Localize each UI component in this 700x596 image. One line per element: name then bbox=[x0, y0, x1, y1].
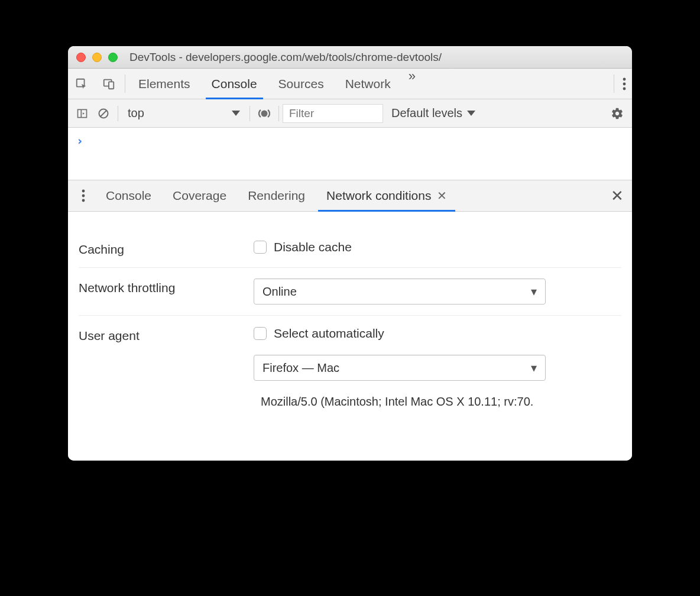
svg-point-11 bbox=[82, 199, 85, 202]
log-levels-selector[interactable]: Default levels bbox=[383, 106, 484, 120]
svg-point-3 bbox=[623, 77, 626, 80]
close-tab-icon[interactable]: ✕ bbox=[437, 189, 447, 203]
user-agent-label: User agent bbox=[79, 326, 254, 343]
drawer-tab-network-conditions[interactable]: Network conditions ✕ bbox=[316, 180, 458, 211]
main-toolbar: Elements Console Sources Network » bbox=[68, 69, 632, 99]
throttling-label: Network throttling bbox=[79, 278, 254, 295]
separator bbox=[125, 74, 125, 93]
levels-label: Default levels bbox=[391, 106, 462, 120]
user-agent-row: User agent Select automatically Firefox … bbox=[79, 316, 621, 419]
caching-label: Caching bbox=[79, 240, 254, 257]
separator bbox=[249, 106, 250, 121]
checkbox-icon bbox=[254, 241, 267, 254]
main-tabs: Elements Console Sources Network » bbox=[128, 69, 423, 99]
throttling-value: Online bbox=[262, 285, 297, 299]
drawer-tab-rendering[interactable]: Rendering bbox=[237, 180, 316, 211]
traffic-lights bbox=[76, 53, 118, 62]
tab-sources[interactable]: Sources bbox=[268, 69, 335, 99]
separator bbox=[118, 106, 118, 121]
svg-point-9 bbox=[82, 190, 85, 193]
user-agent-value: Firefox — Mac bbox=[262, 361, 339, 375]
separator bbox=[278, 106, 279, 121]
svg-point-10 bbox=[82, 195, 85, 197]
svg-point-8 bbox=[261, 110, 268, 116]
drawer-tabs: Console Coverage Rendering Network condi… bbox=[68, 180, 632, 212]
select-automatically-label: Select automatically bbox=[274, 326, 384, 341]
separator bbox=[614, 74, 614, 93]
zoom-window-button[interactable] bbox=[108, 53, 118, 62]
console-sidebar-toggle-icon[interactable] bbox=[72, 108, 93, 119]
inspect-element-icon[interactable] bbox=[68, 69, 95, 99]
dropdown-caret-icon bbox=[467, 111, 475, 116]
tab-elements[interactable]: Elements bbox=[128, 69, 201, 99]
filter-input[interactable] bbox=[283, 104, 383, 123]
tab-network[interactable]: Network bbox=[335, 69, 401, 99]
drawer-tab-console[interactable]: Console bbox=[95, 180, 162, 211]
close-drawer-icon[interactable]: ✕ bbox=[602, 180, 632, 211]
dropdown-caret-icon bbox=[232, 111, 240, 116]
tab-console[interactable]: Console bbox=[201, 69, 268, 99]
dropdown-caret-icon: ▾ bbox=[531, 361, 537, 375]
console-prompt-icon: › bbox=[76, 134, 83, 148]
disable-cache-checkbox[interactable]: Disable cache bbox=[254, 240, 352, 254]
checkbox-icon bbox=[254, 327, 267, 340]
svg-rect-6 bbox=[78, 109, 87, 117]
console-body[interactable]: › bbox=[68, 128, 632, 180]
select-automatically-checkbox[interactable]: Select automatically bbox=[254, 326, 384, 341]
throttling-select[interactable]: Online ▾ bbox=[254, 278, 546, 305]
svg-point-5 bbox=[623, 87, 626, 90]
disable-cache-label: Disable cache bbox=[274, 240, 352, 254]
more-tabs-button[interactable]: » bbox=[401, 69, 423, 99]
live-expression-icon[interactable] bbox=[254, 106, 275, 121]
user-agent-string: Mozilla/5.0 (Macintosh; Intel Mac OS X 1… bbox=[254, 395, 533, 409]
devtools-window: DevTools - developers.google.com/web/too… bbox=[68, 46, 632, 461]
titlebar: DevTools - developers.google.com/web/too… bbox=[68, 46, 632, 69]
clear-console-icon[interactable] bbox=[93, 108, 114, 119]
settings-menu-button[interactable] bbox=[617, 69, 632, 99]
device-toolbar-icon[interactable] bbox=[95, 69, 122, 99]
svg-rect-2 bbox=[109, 82, 114, 89]
drawer-tab-coverage[interactable]: Coverage bbox=[162, 180, 237, 211]
console-toolbar: top Default levels bbox=[68, 99, 632, 128]
close-window-button[interactable] bbox=[76, 53, 86, 62]
caching-row: Caching Disable cache bbox=[79, 229, 621, 268]
window-title: DevTools - developers.google.com/web/too… bbox=[118, 51, 624, 64]
context-value: top bbox=[128, 106, 144, 120]
svg-point-4 bbox=[623, 82, 626, 85]
dropdown-caret-icon: ▾ bbox=[531, 284, 537, 299]
drawer-menu-button[interactable] bbox=[72, 180, 95, 211]
throttling-row: Network throttling Online ▾ bbox=[79, 268, 621, 316]
minimize-window-button[interactable] bbox=[92, 53, 102, 62]
user-agent-select[interactable]: Firefox — Mac ▾ bbox=[254, 355, 546, 381]
console-settings-icon[interactable] bbox=[602, 107, 632, 120]
network-conditions-panel: Caching Disable cache Network throttling… bbox=[68, 212, 632, 461]
context-selector[interactable]: top bbox=[122, 106, 246, 120]
